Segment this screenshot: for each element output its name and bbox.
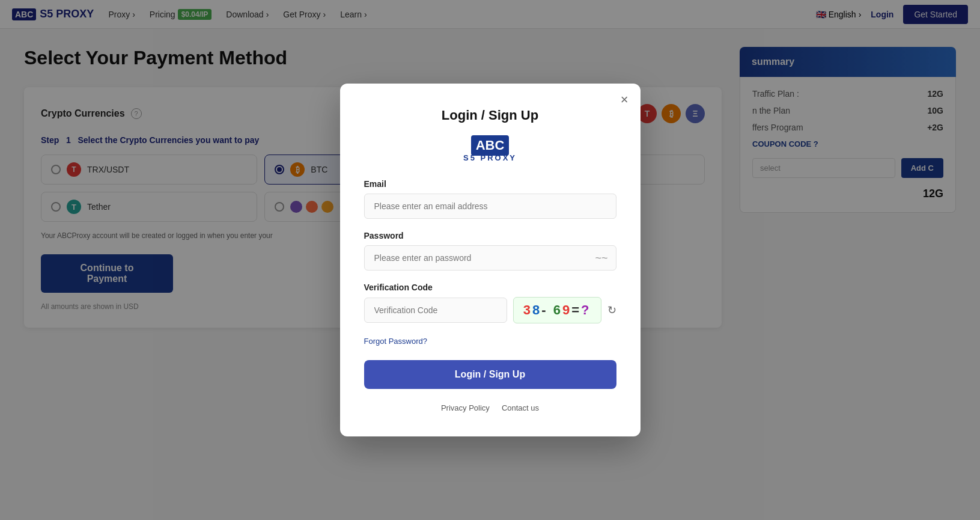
captcha-char-q: ? xyxy=(581,302,591,317)
verification-row: 38- 69=? ↻ xyxy=(364,297,616,323)
privacy-policy-link[interactable]: Privacy Policy xyxy=(441,403,490,412)
verification-input[interactable] xyxy=(364,298,507,323)
contact-us-link[interactable]: Contact us xyxy=(502,403,539,412)
modal-close-button[interactable]: × xyxy=(621,93,628,106)
modal-title: Login / Sign Up xyxy=(364,108,616,123)
verification-group: Verification Code 38- 69=? ↻ xyxy=(364,283,616,323)
captcha-char-3: 3 xyxy=(523,302,532,317)
password-toggle-icon[interactable]: ~~ xyxy=(595,252,607,265)
captcha-box: 38- 69=? xyxy=(513,297,601,323)
modal-logo-s5: S5 PROXY xyxy=(463,153,517,162)
password-wrapper: ~~ xyxy=(364,245,616,271)
captcha-char-8: 8 xyxy=(532,302,541,317)
email-form-group: Email xyxy=(364,179,616,219)
password-input[interactable] xyxy=(364,245,616,271)
modal-logo-abc: ABC xyxy=(471,135,510,156)
captcha-char-6: 6 xyxy=(553,302,562,317)
password-label: Password xyxy=(364,231,616,240)
login-signup-button[interactable]: Login / Sign Up xyxy=(364,360,616,389)
email-label: Email xyxy=(364,179,616,189)
login-modal: × Login / Sign Up ABC S5 PROXY Email Pas… xyxy=(340,84,641,436)
password-form-group: Password ~~ xyxy=(364,231,616,271)
captcha-char-9: 9 xyxy=(562,302,571,317)
forgot-password-link[interactable]: Forgot Password? xyxy=(364,337,428,346)
modal-overlay[interactable]: × Login / Sign Up ABC S5 PROXY Email Pas… xyxy=(0,0,980,520)
captcha-char-dash: - xyxy=(541,302,547,317)
captcha-refresh-button[interactable]: ↻ xyxy=(607,304,616,317)
verification-label: Verification Code xyxy=(364,283,616,292)
captcha-char-eq: = xyxy=(571,302,581,317)
modal-footer-links: Privacy Policy Contact us xyxy=(364,403,616,412)
email-input[interactable] xyxy=(364,194,616,219)
modal-logo: ABC S5 PROXY xyxy=(364,135,616,162)
